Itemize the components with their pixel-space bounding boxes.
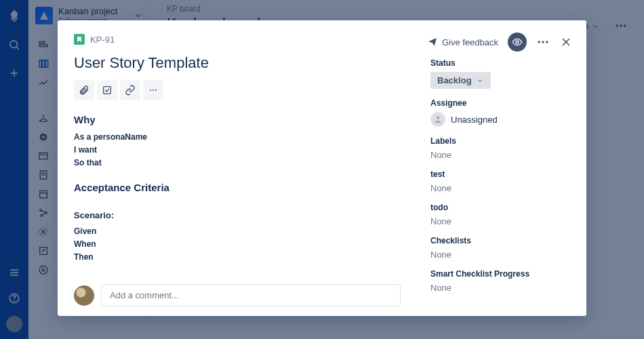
subtask-button[interactable]	[97, 80, 117, 100]
svg-point-34	[516, 41, 519, 43]
issue-key[interactable]: KP-91	[90, 35, 115, 45]
watch-button[interactable]	[508, 33, 527, 52]
give-feedback-button[interactable]: Give feedback	[427, 37, 498, 47]
svg-rect-40	[104, 87, 111, 94]
close-button[interactable]	[559, 35, 573, 49]
comment-input[interactable]	[101, 284, 401, 306]
issue-title[interactable]: User Story Template	[74, 54, 401, 72]
svg-point-43	[155, 89, 157, 91]
assignee-label: Assignee	[430, 98, 573, 108]
test-value[interactable]: None	[430, 183, 573, 193]
smart-checklist-label: Smart Checklist Progress	[430, 269, 573, 279]
status-label: Status	[430, 58, 573, 68]
unassigned-avatar-icon	[430, 112, 445, 127]
smart-checklist-value[interactable]: None	[430, 283, 573, 293]
labels-label: Labels	[430, 136, 573, 146]
issue-more-icon[interactable]	[536, 35, 550, 49]
assignee-field[interactable]: Unassigned	[430, 112, 573, 127]
todo-label: todo	[430, 203, 573, 212]
attach-button[interactable]	[74, 80, 94, 100]
svg-point-44	[437, 116, 440, 119]
todo-value[interactable]: None	[430, 216, 573, 226]
svg-point-41	[150, 89, 151, 91]
test-label: test	[430, 170, 573, 179]
issue-modal: Give feedback KP-91 User Story Template …	[58, 20, 586, 316]
checklists-value[interactable]: None	[430, 250, 573, 260]
story-icon[interactable]	[74, 34, 85, 45]
link-button[interactable]	[120, 80, 140, 100]
feedback-label: Give feedback	[442, 37, 498, 47]
svg-point-36	[542, 41, 544, 43]
checklists-label: Checklists	[430, 236, 573, 245]
svg-point-42	[153, 89, 154, 91]
why-heading: Why	[74, 113, 401, 128]
ac-heading: Acceptance Criteria	[74, 180, 401, 196]
status-dropdown[interactable]: Backlog	[430, 72, 491, 89]
svg-point-35	[538, 41, 540, 43]
scenario-heading: Scenario:	[74, 209, 401, 222]
description[interactable]: Why As a personaName I want So that Acce…	[74, 113, 401, 271]
commenter-avatar	[74, 285, 94, 306]
svg-point-37	[546, 41, 548, 43]
labels-value[interactable]: None	[430, 150, 573, 160]
action-more-button[interactable]	[143, 80, 163, 100]
